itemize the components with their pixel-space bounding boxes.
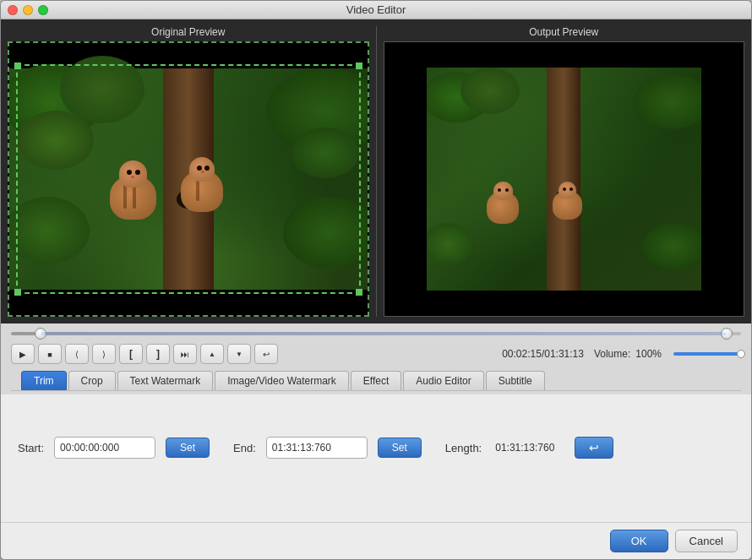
vol-down-button[interactable]: ▲ bbox=[200, 344, 224, 364]
tab-crop[interactable]: Crop bbox=[68, 371, 116, 390]
cancel-button[interactable]: Cancel bbox=[675, 530, 738, 552]
volume-slider-area[interactable] bbox=[670, 352, 741, 356]
output-preview-label: Output Preview bbox=[529, 26, 598, 38]
window-title: Video Editor bbox=[346, 3, 406, 16]
tab-subtitle[interactable]: Subtitle bbox=[486, 371, 545, 390]
mark-out-icon: ] bbox=[156, 348, 160, 360]
skip-end-button[interactable]: ⏭ bbox=[173, 344, 197, 364]
close-button[interactable] bbox=[8, 5, 18, 15]
volume-value: 100% bbox=[635, 348, 662, 360]
preview-divider bbox=[376, 26, 377, 317]
step-fwd-icon: ⟩ bbox=[102, 350, 106, 359]
step-back-button[interactable]: ⟨ bbox=[65, 344, 89, 364]
volume-down-icon: ▲ bbox=[209, 351, 215, 358]
start-input[interactable] bbox=[54, 437, 155, 459]
original-preview-label: Original Preview bbox=[151, 26, 225, 38]
volume-up-icon: ▼ bbox=[236, 351, 242, 358]
playback-row: ⟨ ⟩ [ ] ⏭ ▲ ▼ ↩ 00:02:15/01:31:1 bbox=[11, 344, 741, 364]
tab-image-watermark[interactable]: Image/Video Watermark bbox=[215, 371, 349, 390]
bottom-bar: OK Cancel bbox=[1, 522, 751, 559]
ok-button[interactable]: OK bbox=[610, 530, 668, 552]
volume-handle[interactable] bbox=[737, 350, 745, 358]
controls-area: ⟨ ⟩ [ ] ⏭ ▲ ▼ ↩ 00:02:15/01:31:1 bbox=[1, 323, 751, 394]
tabs-row: Trim Crop Text Watermark Image/Video Wat… bbox=[11, 367, 741, 391]
titlebar: Video Editor bbox=[1, 1, 751, 19]
start-label: Start: bbox=[18, 442, 44, 454]
end-label: End: bbox=[233, 442, 256, 454]
prev-button[interactable]: ↩ bbox=[254, 344, 278, 364]
chipmunk-right bbox=[181, 157, 223, 212]
trim-content: Start: Set End: Set Length: 01:31:13:760… bbox=[1, 394, 751, 522]
minimize-button[interactable] bbox=[23, 5, 33, 15]
end-input[interactable] bbox=[266, 437, 368, 459]
tab-audio-editor[interactable]: Audio Editor bbox=[403, 371, 483, 390]
mark-out-button[interactable]: ] bbox=[146, 344, 170, 364]
output-preview-panel: Output Preview bbox=[384, 26, 745, 317]
stop-icon bbox=[47, 350, 52, 359]
stop-button[interactable] bbox=[38, 344, 62, 364]
volume-slider[interactable] bbox=[673, 352, 741, 356]
tab-text-watermark[interactable]: Text Watermark bbox=[117, 371, 214, 390]
length-label: Length: bbox=[445, 442, 482, 454]
trim-row: Start: Set End: Set Length: 01:31:13:760… bbox=[18, 437, 734, 459]
play-icon bbox=[19, 350, 26, 359]
start-set-button[interactable]: Set bbox=[166, 438, 210, 458]
skip-end-icon: ⏭ bbox=[181, 350, 189, 359]
tab-trim[interactable]: Trim bbox=[21, 371, 67, 390]
vol-up-button[interactable]: ▼ bbox=[227, 344, 251, 364]
prev-icon: ↩ bbox=[263, 350, 270, 359]
length-value: 01:31:13:760 bbox=[495, 442, 554, 454]
step-back-icon: ⟨ bbox=[75, 350, 79, 359]
scrubber-bar[interactable] bbox=[11, 332, 741, 335]
mark-in-button[interactable]: [ bbox=[119, 344, 143, 364]
timecode-display: 00:02:15/01:31:13 bbox=[502, 348, 584, 360]
tab-effect[interactable]: Effect bbox=[351, 371, 401, 390]
end-set-button[interactable]: Set bbox=[378, 438, 422, 458]
scrubber-track[interactable] bbox=[11, 327, 741, 340]
traffic-lights bbox=[8, 5, 48, 15]
original-preview-frame bbox=[8, 41, 369, 317]
maximize-button[interactable] bbox=[38, 5, 48, 15]
original-preview-panel: Original Preview bbox=[8, 26, 369, 317]
play-button[interactable] bbox=[11, 344, 35, 364]
volume-label: Volume: bbox=[594, 348, 630, 360]
reset-button[interactable]: ↩ bbox=[575, 437, 613, 459]
chipmunk-left bbox=[110, 160, 156, 220]
step-fwd-button[interactable]: ⟩ bbox=[92, 344, 116, 364]
mark-in-icon: [ bbox=[129, 348, 133, 360]
video-editor-window: Video Editor Original Preview bbox=[0, 0, 752, 560]
output-preview-frame bbox=[384, 41, 745, 317]
preview-area: Original Preview bbox=[1, 19, 751, 323]
